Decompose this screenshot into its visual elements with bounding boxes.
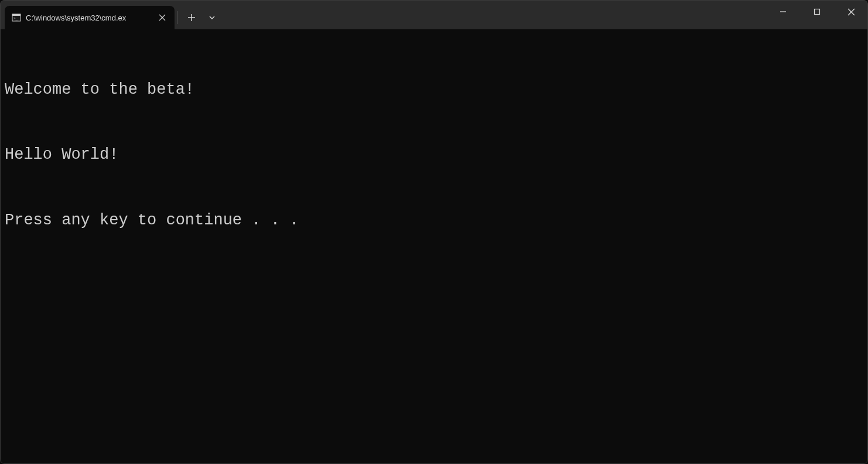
tab-cmd[interactable]: >_ C:\windows\system32\cmd.ex [5,6,175,29]
terminal-icon: >_ [12,13,21,22]
minimize-icon [780,8,787,15]
terminal-line: Hello World! [5,144,863,166]
terminal-line: Welcome to the beta! [5,79,863,101]
tab-divider [177,11,177,24]
tab-title: C:\windows\system32\cmd.ex [26,13,152,22]
minimize-button[interactable] [766,0,800,23]
new-tab-button[interactable] [180,6,203,29]
close-icon [848,8,855,16]
terminal-content[interactable]: Welcome to the beta! Hello World! Press … [0,29,868,464]
tab-actions [175,0,221,29]
svg-rect-8 [815,9,820,15]
tab-dropdown-button[interactable] [203,6,221,29]
close-button[interactable] [834,0,868,23]
chevron-down-icon [209,14,216,21]
svg-text:>_: >_ [13,16,18,21]
maximize-button[interactable] [800,0,834,23]
terminal-line: Press any key to continue . . . [5,210,863,231]
maximize-icon [814,8,821,15]
tab-strip: >_ C:\windows\system32\cmd.ex [0,0,221,29]
title-bar: >_ C:\windows\system32\cmd.ex [0,0,868,29]
window-controls [766,0,868,29]
tab-close-button[interactable] [157,12,168,23]
plus-icon [188,14,195,21]
